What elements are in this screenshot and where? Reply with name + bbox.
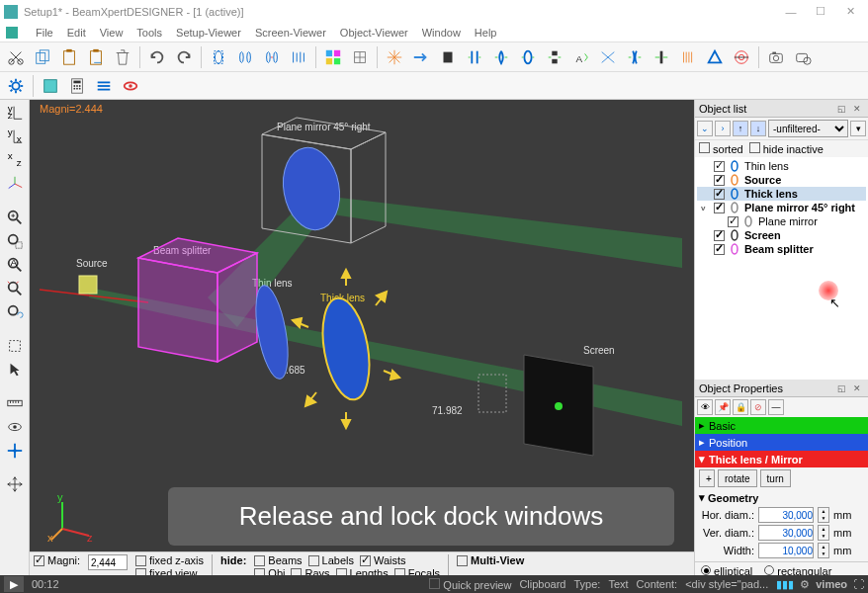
zoom-in-icon[interactable] — [3, 207, 27, 228]
tree-item[interactable]: Thick lens — [697, 187, 866, 201]
beam-icon2[interactable] — [233, 45, 257, 69]
menu-setup-viewer[interactable]: Setup-Viewer — [176, 27, 241, 39]
close-button[interactable]: ✕ — [836, 2, 864, 22]
axis-yz-icon[interactable]: yz — [3, 102, 27, 124]
paste-button[interactable] — [57, 45, 81, 69]
fullscreen-icon[interactable]: ⛶ — [853, 578, 864, 590]
quadrant-icon[interactable] — [321, 45, 345, 69]
section-thick-lens[interactable]: ▾Thick lens / Mirror — [695, 451, 868, 467]
select-arrow-icon[interactable] — [3, 359, 27, 381]
hide-beams[interactable]: Beams — [254, 554, 302, 566]
cut-button[interactable] — [4, 45, 28, 69]
magni-input[interactable] — [88, 554, 128, 570]
delete-button[interactable] — [111, 45, 134, 69]
minimize-button[interactable]: — — [777, 2, 805, 22]
filter-select[interactable]: -unfiltered- — [768, 120, 848, 137]
menu-view[interactable]: View — [100, 27, 124, 39]
beam-icon1[interactable] — [207, 45, 230, 69]
zoom-area-icon[interactable] — [3, 230, 27, 252]
tree-item[interactable]: vPlane mirror 45° right — [697, 201, 866, 214]
prism-icon[interactable] — [703, 45, 727, 69]
add-button[interactable]: + — [699, 469, 715, 487]
menu-window[interactable]: Window — [422, 27, 461, 39]
maximize-button[interactable]: ☐ — [807, 2, 834, 22]
gear-icon[interactable] — [4, 74, 28, 98]
target-icon[interactable] — [730, 45, 753, 69]
rotate-button[interactable]: rotate — [718, 469, 757, 487]
ver-diam-input[interactable] — [758, 525, 814, 541]
move-up-icon[interactable]: ↑ — [733, 121, 748, 136]
axis-3d-icon[interactable] — [3, 173, 27, 195]
hor-diam-input[interactable] — [758, 507, 814, 523]
sorted-checkbox[interactable]: sorted — [699, 142, 743, 155]
axis-xz-icon[interactable]: xz — [3, 149, 27, 171]
object-tree[interactable]: Thin lensSourceThick lensvPlane mirror 4… — [695, 157, 868, 380]
lens-thick-icon[interactable] — [516, 45, 540, 69]
settings-icon[interactable]: ⚙ — [800, 578, 810, 591]
width-input[interactable] — [758, 543, 814, 558]
menu-tools[interactable]: Tools — [136, 27, 162, 39]
camera-icon[interactable] — [764, 45, 788, 69]
mirror-flat-icon[interactable] — [650, 45, 673, 69]
zoom-undo-icon[interactable] — [3, 301, 27, 323]
eye-icon[interactable] — [3, 416, 27, 438]
paste2-button[interactable] — [84, 45, 108, 69]
font-a-icon[interactable]: A — [569, 45, 593, 69]
eye-red-icon[interactable] — [119, 74, 142, 98]
tree-item[interactable]: Source — [697, 173, 866, 187]
calculator-icon[interactable] — [65, 74, 89, 98]
section-position[interactable]: ▸Position — [695, 434, 868, 451]
wire-icon[interactable] — [348, 45, 372, 69]
camera-gear-icon[interactable] — [791, 45, 815, 69]
undo-button[interactable] — [145, 45, 169, 69]
width-stepper[interactable]: ▲▼ — [818, 543, 829, 558]
menu-edit[interactable]: Edit — [67, 27, 86, 39]
info-icon[interactable]: — — [768, 399, 784, 415]
snap-icon[interactable] — [3, 440, 27, 462]
select-rect-icon[interactable] — [3, 335, 27, 357]
lens-biconvex-icon[interactable] — [489, 45, 513, 69]
zoom-fit-icon[interactable] — [3, 278, 27, 299]
section-geometry[interactable]: Geometry — [708, 492, 758, 504]
ray-star-icon[interactable] — [383, 45, 406, 69]
menu-screen-viewer[interactable]: Screen-Viewer — [255, 27, 326, 39]
menu-file[interactable]: File — [36, 27, 53, 39]
beam-icon3[interactable] — [260, 45, 284, 69]
viewport-3d[interactable]: Magni=2.444 Plane mirror 45° right Sourc… — [30, 100, 694, 593]
section-basic[interactable]: ▸Basic — [695, 417, 868, 434]
panel-undock-icon[interactable]: ◱ — [834, 102, 848, 116]
menu-help[interactable]: Help — [475, 27, 497, 39]
zoom-label-icon[interactable]: A — [3, 254, 27, 276]
eye-toggle-icon[interactable]: 👁 — [697, 399, 713, 415]
vimeo-label[interactable]: vimeo — [816, 578, 847, 590]
panel-close-icon[interactable]: ✕ — [850, 102, 864, 116]
ruler-icon[interactable] — [3, 392, 27, 414]
screen-element-icon[interactable] — [436, 45, 460, 69]
hide-waists[interactable]: Waists — [360, 554, 406, 566]
props-undock-icon[interactable]: ◱ — [834, 381, 848, 395]
fixed-z-checkbox[interactable]: fixed z-axis — [135, 554, 204, 566]
grating-icon[interactable] — [676, 45, 700, 69]
hor-diam-stepper[interactable]: ▲▼ — [818, 507, 829, 523]
lines-blue-icon[interactable] — [92, 74, 116, 98]
lock-icon[interactable]: 🔒 — [733, 399, 748, 415]
hide-inactive-checkbox[interactable]: hide inactive — [749, 142, 824, 155]
hide-labels[interactable]: Labels — [308, 554, 354, 566]
magni-checkbox[interactable]: Magni: — [34, 554, 80, 566]
props-close-icon[interactable]: ✕ — [850, 381, 864, 395]
filter-menu-icon[interactable]: ▾ — [850, 121, 866, 136]
link-icon[interactable]: ⊘ — [750, 399, 766, 415]
tree-item[interactable]: Beam splitter — [697, 242, 866, 256]
tree-item[interactable]: Thin lens — [697, 159, 866, 173]
focus-icon[interactable] — [596, 45, 620, 69]
aperture-icon[interactable] — [543, 45, 566, 69]
expand-all-icon[interactable]: › — [715, 121, 731, 136]
copy-button[interactable] — [31, 45, 54, 69]
lines-icon[interactable] — [463, 45, 486, 69]
panel-cyan-icon[interactable] — [39, 74, 62, 98]
ver-diam-stepper[interactable]: ▲▼ — [818, 525, 829, 541]
pin-icon[interactable]: 📌 — [715, 399, 731, 415]
move-down-icon[interactable]: ↓ — [750, 121, 766, 136]
tree-item[interactable]: Plane mirror — [697, 214, 866, 228]
axis-yx-icon[interactable]: yx — [3, 126, 27, 147]
